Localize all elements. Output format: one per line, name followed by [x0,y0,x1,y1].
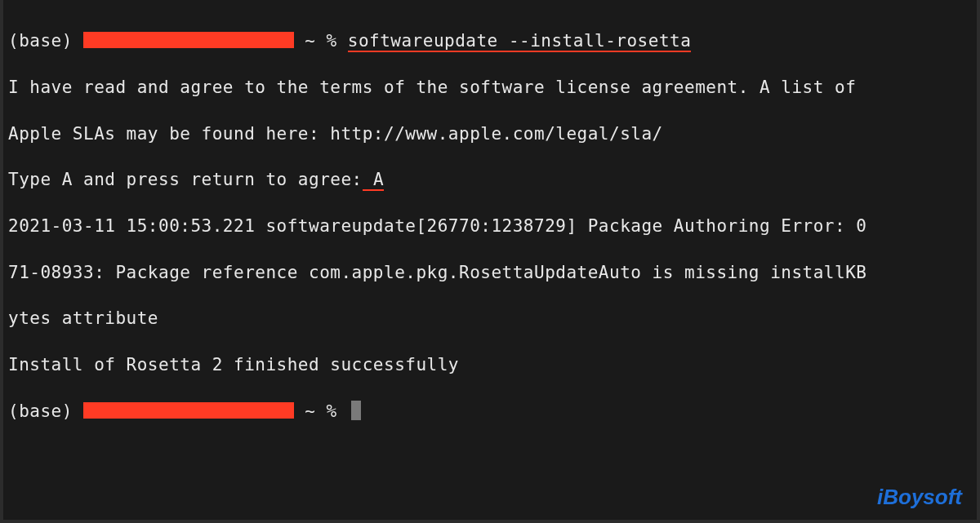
license-line-2: Apple SLAs may be found here: http://www… [8,122,972,145]
success-line: Install of Rosetta 2 finished successful… [8,353,972,376]
terminal-cursor [351,401,361,420]
prompt-suffix-2: ~ % [294,401,348,421]
agree-input-text: A [363,170,384,191]
watermark-logo: iBoysoft [877,485,962,510]
error-line-1: 2021-03-11 15:00:53.221 softwareupdate[2… [8,215,972,237]
prompt-env-prefix-2: (base) [8,401,83,421]
prompt-env-prefix: (base) [8,31,83,51]
redacted-hostname-1 [83,32,294,48]
window-frame-bottom [0,520,980,523]
window-frame-left [0,0,3,523]
agree-prompt-text: Type A and press return to agree: [8,170,363,189]
window-frame-right [977,0,980,523]
command-text: softwareupdate --install-rosetta [348,31,692,52]
error-line-2: 71-08933: Package reference com.apple.pk… [8,261,972,284]
terminal-output[interactable]: (base) ~ % softwareupdate --install-rose… [8,7,972,446]
prompt-line-1: (base) ~ % softwareupdate --install-rose… [8,29,972,52]
license-line-1: I have read and agree to the terms of th… [8,76,972,99]
prompt-line-2: (base) ~ % [8,400,972,423]
prompt-suffix-1: ~ % [294,31,348,51]
redacted-hostname-2 [83,402,294,419]
agree-line: Type A and press return to agree: A [8,168,972,191]
error-line-3: ytes attribute [8,307,972,330]
